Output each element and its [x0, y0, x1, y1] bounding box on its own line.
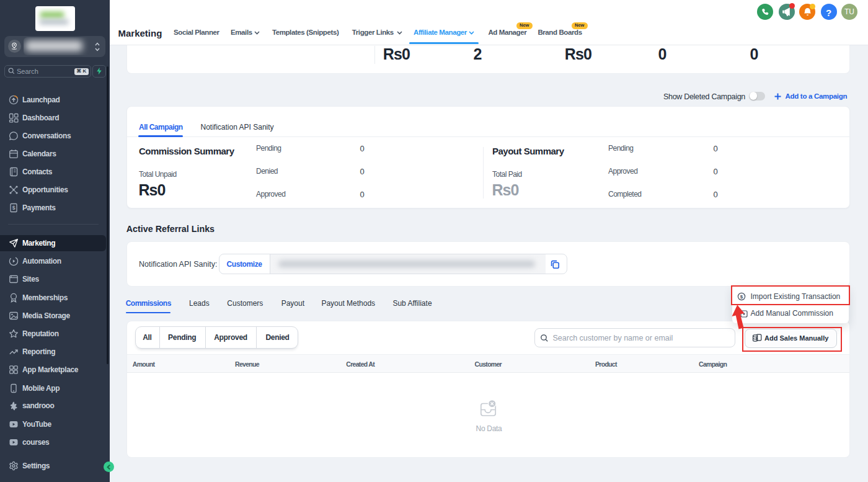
svg-text:$: $ [12, 205, 16, 211]
